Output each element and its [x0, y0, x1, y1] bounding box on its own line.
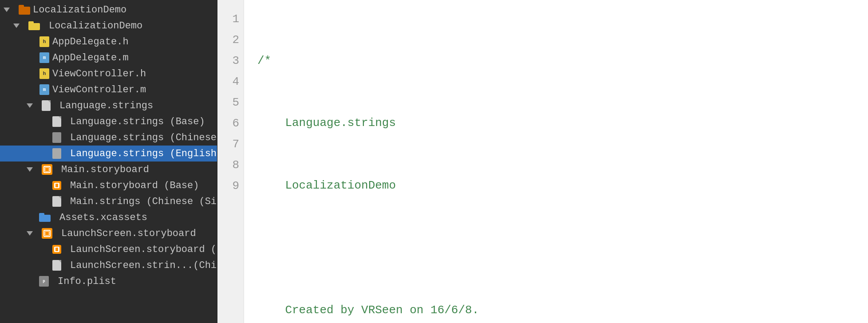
m-badge	[39, 52, 49, 63]
code-area[interactable]: /* Language.strings LocalizationDemo Cre…	[244, 0, 868, 323]
folder-icon	[28, 21, 40, 30]
sidebar-item-label: AppDelegate.h	[52, 36, 129, 47]
sidebar-item-label: AppDelegate.m	[52, 52, 129, 63]
chevron-down-icon	[4, 8, 10, 12]
line-num-3: 3	[225, 51, 239, 71]
file-icon	[52, 116, 61, 127]
sidebar-item-group-main[interactable]: LocalizationDemo	[0, 18, 217, 34]
storyboard-inner	[54, 183, 59, 188]
code-line-3: LocalizationDemo	[257, 175, 855, 196]
sidebar-item-launchscreen-storyboard[interactable]: LaunchScreen.storyboard	[0, 225, 217, 241]
sidebar-item-label: LaunchScreen.storyboard (Base)	[70, 244, 217, 255]
sidebar-item-root[interactable]: LocalizationDemo	[0, 2, 217, 18]
storyboard-icon	[52, 181, 61, 190]
sidebar-item-label: Main.storyboard (Base)	[70, 180, 199, 191]
sidebar-item-main-storyboard-base[interactable]: Main.storyboard (Base)	[0, 177, 217, 193]
sidebar-item-language-strings[interactable]: Language.strings	[0, 98, 217, 114]
code-text: Language.strings	[257, 113, 396, 134]
storyboard-icon	[42, 228, 52, 239]
project-icon	[19, 5, 30, 15]
line-num-2: 2	[225, 30, 239, 51]
sidebar-item-label: Main.strings (Chinese (Simplified))	[70, 196, 217, 207]
sidebar-item-info-plist[interactable]: p Info.plist	[0, 273, 217, 289]
sidebar-item-language-strings-base[interactable]: Language.strings (Base)	[0, 114, 217, 130]
file-icon	[52, 196, 61, 207]
sidebar-item-label: Language.strings (Chinese (Simplified))	[70, 132, 217, 143]
xcassets-icon	[39, 213, 51, 222]
sidebar-item-label: ViewController.h	[52, 68, 146, 79]
sidebar-item-viewcontroller-h[interactable]: ViewController.h	[0, 66, 217, 82]
sidebar-item-label: LocalizationDemo	[33, 4, 126, 16]
line-num-1: 1	[225, 9, 239, 30]
sidebar-item-appdelegate-m[interactable]: AppDelegate.m	[0, 50, 217, 66]
line-num-5: 5	[225, 92, 239, 113]
sidebar-item-label: Language.strings (Base)	[70, 116, 205, 127]
sidebar-item-label: Assets.xcassets	[59, 212, 147, 223]
sidebar-item-language-strings-english[interactable]: Language.strings (English)	[0, 146, 217, 162]
sidebar-item-viewcontroller-m[interactable]: ViewController.m	[0, 82, 217, 98]
storyboard-icon	[52, 245, 61, 254]
code-editor: 1 2 3 4 5 6 7 8 9 /* Language.strings Lo…	[217, 0, 868, 323]
chevron-down-icon	[27, 167, 33, 172]
chevron-down-icon	[27, 103, 33, 108]
chevron-down-icon	[13, 24, 20, 28]
sidebar-item-main-storyboard[interactable]: Main.storyboard	[0, 162, 217, 177]
line-num-8: 8	[225, 155, 239, 176]
sidebar-item-label: LaunchScreen.strin...(Chinese (Simplifie…	[70, 260, 217, 271]
file-gray-icon	[52, 132, 61, 143]
code-line-4	[257, 237, 855, 258]
m-file-icon	[39, 84, 50, 95]
sidebar-item-assets[interactable]: Assets.xcassets	[0, 209, 217, 225]
sidebar-item-label: Info.plist	[58, 276, 116, 287]
sidebar-item-label: LaunchScreen.storyboard	[61, 228, 196, 239]
code-text: Created by VRSeen on 16/6/8.	[257, 300, 479, 321]
file-icon	[42, 100, 51, 111]
sidebar-item-label: Language.strings	[59, 100, 153, 111]
file-navigator: LocalizationDemo LocalizationDemo AppDel…	[0, 0, 217, 323]
code-text: LocalizationDemo	[257, 175, 396, 196]
plist-icon: p	[39, 276, 49, 287]
line-num-4: 4	[225, 71, 239, 92]
h-badge	[39, 68, 49, 79]
sidebar-item-label: LocalizationDemo	[49, 20, 142, 32]
m-file-icon	[39, 52, 50, 63]
line-numbers: 1 2 3 4 5 6 7 8 9	[217, 0, 244, 323]
m-badge	[39, 84, 49, 95]
line-num-6: 6	[225, 113, 239, 134]
chevron-down-icon	[27, 231, 33, 236]
sidebar-item-language-strings-chinese[interactable]: Language.strings (Chinese (Simplified))	[0, 130, 217, 146]
file-gray-icon	[52, 148, 61, 159]
code-line-1: /*	[257, 51, 855, 71]
storyboard-inner	[54, 247, 59, 252]
line-num-7: 7	[225, 134, 239, 155]
sidebar-item-label: ViewController.m	[52, 84, 146, 95]
sidebar-item-launchscreen-strings-chinese[interactable]: LaunchScreen.strin...(Chinese (Simplifie…	[0, 257, 217, 273]
storyboard-icon	[42, 164, 52, 175]
h-badge	[39, 36, 49, 47]
sidebar-item-main-strings-chinese[interactable]: Main.strings (Chinese (Simplified))	[0, 193, 217, 209]
code-line-2: Language.strings	[257, 113, 855, 134]
file-icon	[52, 260, 61, 271]
storyboard-inner	[43, 230, 51, 237]
sidebar-item-launchscreen-storyboard-base[interactable]: LaunchScreen.storyboard (Base)	[0, 241, 217, 257]
code-text: /*	[257, 51, 271, 71]
sidebar-item-label: Main.storyboard	[61, 164, 149, 175]
code-line-5: Created by VRSeen on 16/6/8.	[257, 300, 855, 321]
storyboard-inner	[43, 166, 51, 173]
sidebar-item-appdelegate-h[interactable]: AppDelegate.h	[0, 34, 217, 50]
line-num-9: 9	[225, 176, 239, 197]
sidebar-item-label: Language.strings (English)	[70, 148, 217, 159]
h-file-icon	[39, 36, 50, 47]
h-file-icon	[39, 68, 50, 79]
